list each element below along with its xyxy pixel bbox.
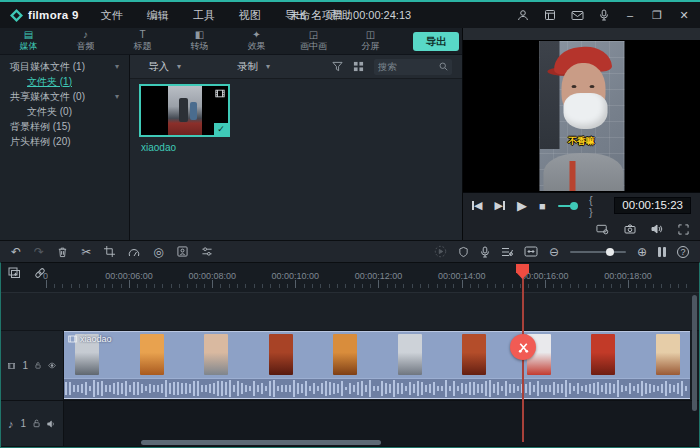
sidebar-item-intro-samples[interactable]: 片头样例 (20): [0, 134, 129, 149]
redo-button[interactable]: ↷: [34, 246, 44, 258]
minimize-button[interactable]: –: [624, 9, 636, 21]
video-track-lane[interactable]: xiaodao: [64, 331, 699, 400]
search-icon[interactable]: [439, 62, 448, 71]
sidebar-item-project-media[interactable]: 项目媒体文件 (1) ▾: [0, 59, 129, 74]
filmora-window: filmora 9 文件 编辑 工具 视图 导出 帮助 未命名项目 : 00:0…: [0, 0, 700, 448]
menu-view[interactable]: 视图: [239, 8, 261, 23]
subtitle-overlay: 不香嘛: [539, 135, 624, 148]
tab-label: 转场: [191, 40, 209, 53]
empty-track-space[interactable]: [1, 293, 699, 331]
menu-tools[interactable]: 工具: [193, 8, 215, 23]
record-dropdown[interactable]: 录制 ▾: [237, 60, 270, 74]
play-button[interactable]: ▶: [517, 198, 527, 213]
fit-timeline-icon[interactable]: [524, 246, 538, 257]
sidebar-item-folder-1[interactable]: 文件夹 (1): [0, 74, 129, 89]
speed-icon[interactable]: [128, 247, 140, 257]
timeline-vertical-scrollbar[interactable]: [692, 295, 697, 411]
template-icon[interactable]: [544, 9, 556, 21]
render-preview-icon[interactable]: [434, 245, 447, 258]
media-item-name: xiaodao: [141, 142, 176, 153]
split-scissors-icon[interactable]: ✂: [81, 246, 91, 258]
timeline-ruler[interactable]: 0 00:00:06:0000:00:08:0000:00:10:0000:00…: [1, 263, 699, 293]
editing-toolbar: ↶ ↷ ✂ ◎ ⊖ ⊕: [0, 240, 700, 262]
menu-edit[interactable]: 编辑: [147, 8, 169, 23]
video-track-1: 1 xiaodao: [1, 331, 699, 401]
voiceover-mic-icon[interactable]: [480, 246, 490, 258]
motion-tracking-icon[interactable]: [177, 246, 188, 257]
delete-icon[interactable]: [57, 246, 68, 258]
zoom-in-icon[interactable]: ⊕: [637, 246, 647, 258]
clip-name-text: xiaodao: [80, 334, 112, 344]
lock-track-icon[interactable]: [33, 418, 40, 429]
clip-audio-waveform: [64, 378, 690, 399]
close-button[interactable]: ✕: [678, 9, 690, 22]
manage-tracks-icon[interactable]: [8, 267, 21, 279]
preview-volume-slider[interactable]: [558, 205, 577, 207]
lock-track-icon[interactable]: [35, 360, 41, 371]
tab-transitions[interactable]: ◧ 转场: [171, 28, 228, 54]
help-icon[interactable]: ?: [677, 246, 689, 258]
tab-titles[interactable]: T 标题: [114, 28, 171, 54]
undo-button[interactable]: ↶: [11, 246, 21, 258]
chevron-down-icon[interactable]: ▾: [115, 92, 119, 101]
menu-export[interactable]: 导出: [285, 8, 307, 23]
search-box[interactable]: [374, 59, 452, 75]
media-item-xiaodao[interactable]: ✓: [139, 84, 230, 137]
track-size-icon[interactable]: [658, 247, 666, 257]
search-input[interactable]: [378, 61, 436, 72]
import-dropdown[interactable]: 导入 ▾: [148, 60, 181, 74]
clip-thumbnail-fried-food: [333, 334, 357, 375]
crop-icon[interactable]: [104, 246, 115, 257]
tab-label: 画中画: [300, 40, 327, 53]
timeline-zoom-slider[interactable]: [570, 251, 626, 253]
display-settings-icon[interactable]: [596, 224, 609, 235]
sidebar-item-background-samples[interactable]: 背景样例 (15): [0, 119, 129, 134]
tab-pip[interactable]: ◲ 画中画: [285, 28, 342, 54]
color-match-icon[interactable]: ◎: [153, 246, 163, 258]
transition-icon: ◧: [195, 29, 204, 40]
mark-in-out-button[interactable]: { }: [589, 194, 602, 218]
preview-video-frame: 不香嘛: [539, 41, 624, 191]
maximize-button[interactable]: ❐: [651, 9, 663, 22]
next-frame-button[interactable]: ▶: [494, 199, 504, 212]
timeline-horizontal-scrollbar[interactable]: [141, 440, 381, 445]
video-file-icon: [215, 89, 225, 98]
adjust-sliders-icon[interactable]: [201, 246, 213, 257]
fullscreen-icon[interactable]: [678, 224, 689, 235]
tab-label: 效果: [248, 40, 266, 53]
tab-effects[interactable]: ✦ 效果: [228, 28, 285, 54]
volume-icon[interactable]: [651, 224, 663, 234]
toggle-visibility-eye-icon[interactable]: [48, 361, 56, 370]
effects-icon: ✦: [252, 29, 260, 40]
export-button[interactable]: 导出: [413, 32, 459, 51]
filmora-logo-icon: [10, 9, 23, 22]
mute-track-speaker-icon[interactable]: [47, 419, 56, 429]
tab-label: 标题: [134, 40, 152, 53]
previous-frame-button[interactable]: ◀: [472, 199, 482, 212]
audio-mixer-icon[interactable]: [501, 246, 513, 258]
preview-secondary-controls: [463, 218, 700, 240]
menu-help[interactable]: 帮助: [331, 8, 353, 23]
mail-icon[interactable]: [571, 10, 584, 21]
tab-splitscreen[interactable]: ◫ 分屏: [342, 28, 399, 54]
filter-icon[interactable]: [332, 61, 343, 72]
timeline-panel: 0 00:00:06:0000:00:08:0000:00:10:0000:00…: [0, 262, 700, 448]
tab-audio[interactable]: ♪ 音频: [57, 28, 114, 54]
stop-button[interactable]: ■: [539, 200, 546, 212]
sidebar-item-folder-0[interactable]: 文件夹 (0): [0, 104, 129, 119]
sidebar-item-shared-media[interactable]: 共享媒体文件 (0) ▾: [0, 89, 129, 104]
menu-file[interactable]: 文件: [101, 8, 123, 23]
video-clip-xiaodao[interactable]: xiaodao: [64, 331, 690, 399]
marker-icon[interactable]: [458, 246, 469, 258]
link-icon[interactable]: [34, 267, 46, 279]
splitscreen-icon: ◫: [366, 29, 375, 40]
account-icon[interactable]: [517, 9, 529, 21]
grid-view-icon[interactable]: [353, 61, 364, 72]
microphone-icon[interactable]: [599, 9, 609, 21]
zoom-out-icon[interactable]: ⊖: [549, 246, 559, 258]
clip-thumbnail-chopsticks-red-table: [591, 334, 615, 375]
snapshot-camera-icon[interactable]: [624, 224, 636, 234]
split-clip-button[interactable]: [510, 334, 536, 360]
chevron-down-icon[interactable]: ▾: [115, 62, 119, 71]
tab-media[interactable]: ▤ 媒体: [0, 28, 57, 54]
